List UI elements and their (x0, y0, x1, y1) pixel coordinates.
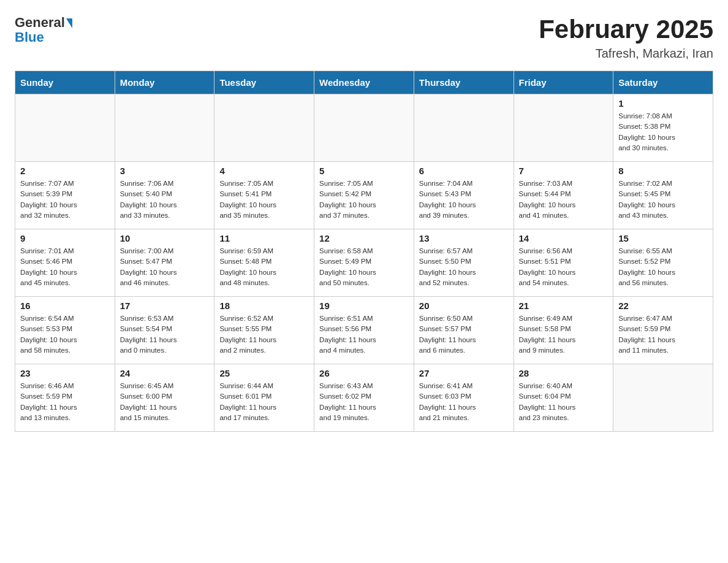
weekday-header-monday: Monday (115, 71, 214, 94)
calendar-cell: 21Sunrise: 6:49 AM Sunset: 5:58 PM Dayli… (514, 297, 613, 364)
weekday-header-tuesday: Tuesday (214, 71, 314, 94)
calendar-title: February 2025 (539, 15, 713, 44)
day-info: Sunrise: 7:01 AM Sunset: 5:46 PM Dayligh… (20, 246, 110, 288)
calendar-cell (214, 94, 314, 162)
day-info: Sunrise: 6:53 AM Sunset: 5:54 PM Dayligh… (120, 313, 210, 356)
day-number: 21 (519, 301, 609, 311)
day-info: Sunrise: 7:00 AM Sunset: 5:47 PM Dayligh… (120, 246, 210, 288)
calendar-cell: 8Sunrise: 7:02 AM Sunset: 5:45 PM Daylig… (613, 162, 713, 229)
day-number: 25 (219, 368, 309, 378)
calendar-cell: 18Sunrise: 6:52 AM Sunset: 5:55 PM Dayli… (214, 297, 314, 364)
day-info: Sunrise: 6:40 AM Sunset: 6:04 PM Dayligh… (519, 381, 609, 423)
calendar-cell (15, 94, 115, 162)
title-block: February 2025 Tafresh, Markazi, Iran (539, 15, 713, 61)
day-number: 17 (120, 301, 210, 311)
week-row-2: 2Sunrise: 7:07 AM Sunset: 5:39 PM Daylig… (15, 162, 713, 229)
day-info: Sunrise: 6:44 AM Sunset: 6:01 PM Dayligh… (219, 381, 309, 423)
weekday-header-wednesday: Wednesday (314, 71, 414, 94)
day-number: 18 (219, 301, 309, 311)
calendar-cell: 1Sunrise: 7:08 AM Sunset: 5:38 PM Daylig… (613, 94, 713, 162)
day-info: Sunrise: 7:07 AM Sunset: 5:39 PM Dayligh… (20, 178, 110, 221)
calendar-cell: 20Sunrise: 6:50 AM Sunset: 5:57 PM Dayli… (414, 297, 514, 364)
logo-general-text: General (15, 15, 65, 31)
weekday-header-saturday: Saturday (613, 71, 713, 94)
calendar-cell: 6Sunrise: 7:04 AM Sunset: 5:43 PM Daylig… (414, 162, 514, 229)
calendar-table: SundayMondayTuesdayWednesdayThursdayFrid… (15, 71, 713, 432)
day-info: Sunrise: 7:02 AM Sunset: 5:45 PM Dayligh… (618, 178, 708, 221)
day-info: Sunrise: 7:08 AM Sunset: 5:38 PM Dayligh… (618, 111, 708, 153)
calendar-cell (514, 94, 613, 162)
week-row-1: 1Sunrise: 7:08 AM Sunset: 5:38 PM Daylig… (15, 94, 713, 162)
day-number: 20 (419, 301, 509, 311)
calendar-cell (314, 94, 414, 162)
calendar-cell: 24Sunrise: 6:45 AM Sunset: 6:00 PM Dayli… (115, 364, 214, 432)
calendar-cell: 9Sunrise: 7:01 AM Sunset: 5:46 PM Daylig… (15, 229, 115, 297)
day-number: 15 (618, 233, 708, 243)
calendar-cell: 11Sunrise: 6:59 AM Sunset: 5:48 PM Dayli… (214, 229, 314, 297)
calendar-cell: 19Sunrise: 6:51 AM Sunset: 5:56 PM Dayli… (314, 297, 414, 364)
day-info: Sunrise: 7:05 AM Sunset: 5:41 PM Dayligh… (219, 178, 309, 221)
day-number: 27 (419, 368, 509, 378)
logo-triangle-icon (66, 18, 72, 28)
day-number: 13 (419, 233, 509, 243)
calendar-cell: 7Sunrise: 7:03 AM Sunset: 5:44 PM Daylig… (514, 162, 613, 229)
day-number: 28 (519, 368, 609, 378)
calendar-cell (115, 94, 214, 162)
calendar-cell (414, 94, 514, 162)
calendar-cell: 2Sunrise: 7:07 AM Sunset: 5:39 PM Daylig… (15, 162, 115, 229)
day-info: Sunrise: 7:05 AM Sunset: 5:42 PM Dayligh… (319, 178, 409, 221)
calendar-subtitle: Tafresh, Markazi, Iran (539, 47, 713, 61)
day-info: Sunrise: 6:45 AM Sunset: 6:00 PM Dayligh… (120, 381, 210, 423)
calendar-cell: 27Sunrise: 6:41 AM Sunset: 6:03 PM Dayli… (414, 364, 514, 432)
weekday-header-thursday: Thursday (414, 71, 514, 94)
day-number: 24 (120, 368, 210, 378)
day-number: 1 (618, 98, 708, 109)
day-number: 12 (319, 233, 409, 243)
calendar-cell: 10Sunrise: 7:00 AM Sunset: 5:47 PM Dayli… (115, 229, 214, 297)
calendar-cell: 28Sunrise: 6:40 AM Sunset: 6:04 PM Dayli… (514, 364, 613, 432)
day-number: 4 (219, 166, 309, 176)
day-number: 2 (20, 166, 110, 176)
day-info: Sunrise: 6:49 AM Sunset: 5:58 PM Dayligh… (519, 313, 609, 356)
logo: General Blue (15, 15, 72, 45)
day-info: Sunrise: 6:47 AM Sunset: 5:59 PM Dayligh… (618, 313, 708, 356)
day-number: 16 (20, 301, 110, 311)
day-number: 10 (120, 233, 210, 243)
calendar-cell: 13Sunrise: 6:57 AM Sunset: 5:50 PM Dayli… (414, 229, 514, 297)
day-number: 14 (519, 233, 609, 243)
day-number: 23 (20, 368, 110, 378)
calendar-cell: 4Sunrise: 7:05 AM Sunset: 5:41 PM Daylig… (214, 162, 314, 229)
day-number: 6 (419, 166, 509, 176)
calendar-cell: 12Sunrise: 6:58 AM Sunset: 5:49 PM Dayli… (314, 229, 414, 297)
calendar-cell: 26Sunrise: 6:43 AM Sunset: 6:02 PM Dayli… (314, 364, 414, 432)
day-info: Sunrise: 6:51 AM Sunset: 5:56 PM Dayligh… (319, 313, 409, 356)
calendar-cell: 22Sunrise: 6:47 AM Sunset: 5:59 PM Dayli… (613, 297, 713, 364)
day-info: Sunrise: 6:43 AM Sunset: 6:02 PM Dayligh… (319, 381, 409, 423)
calendar-cell: 17Sunrise: 6:53 AM Sunset: 5:54 PM Dayli… (115, 297, 214, 364)
day-info: Sunrise: 7:04 AM Sunset: 5:43 PM Dayligh… (419, 178, 509, 221)
day-info: Sunrise: 6:58 AM Sunset: 5:49 PM Dayligh… (319, 246, 409, 288)
day-number: 7 (519, 166, 609, 176)
day-info: Sunrise: 6:50 AM Sunset: 5:57 PM Dayligh… (419, 313, 509, 356)
day-number: 11 (219, 233, 309, 243)
weekday-header-friday: Friday (514, 71, 613, 94)
calendar-cell: 15Sunrise: 6:55 AM Sunset: 5:52 PM Dayli… (613, 229, 713, 297)
week-row-5: 23Sunrise: 6:46 AM Sunset: 5:59 PM Dayli… (15, 364, 713, 432)
week-row-4: 16Sunrise: 6:54 AM Sunset: 5:53 PM Dayli… (15, 297, 713, 364)
day-number: 9 (20, 233, 110, 243)
page-header: General Blue February 2025 Tafresh, Mark… (15, 15, 713, 61)
calendar-cell: 16Sunrise: 6:54 AM Sunset: 5:53 PM Dayli… (15, 297, 115, 364)
calendar-cell (613, 364, 713, 432)
calendar-cell: 14Sunrise: 6:56 AM Sunset: 5:51 PM Dayli… (514, 229, 613, 297)
weekday-header-sunday: Sunday (15, 71, 115, 94)
calendar-cell: 5Sunrise: 7:05 AM Sunset: 5:42 PM Daylig… (314, 162, 414, 229)
day-number: 26 (319, 368, 409, 378)
day-number: 5 (319, 166, 409, 176)
day-info: Sunrise: 6:46 AM Sunset: 5:59 PM Dayligh… (20, 381, 110, 423)
day-info: Sunrise: 6:52 AM Sunset: 5:55 PM Dayligh… (219, 313, 309, 356)
day-info: Sunrise: 6:57 AM Sunset: 5:50 PM Dayligh… (419, 246, 509, 288)
day-number: 3 (120, 166, 210, 176)
day-number: 22 (618, 301, 708, 311)
calendar-cell: 3Sunrise: 7:06 AM Sunset: 5:40 PM Daylig… (115, 162, 214, 229)
day-number: 19 (319, 301, 409, 311)
